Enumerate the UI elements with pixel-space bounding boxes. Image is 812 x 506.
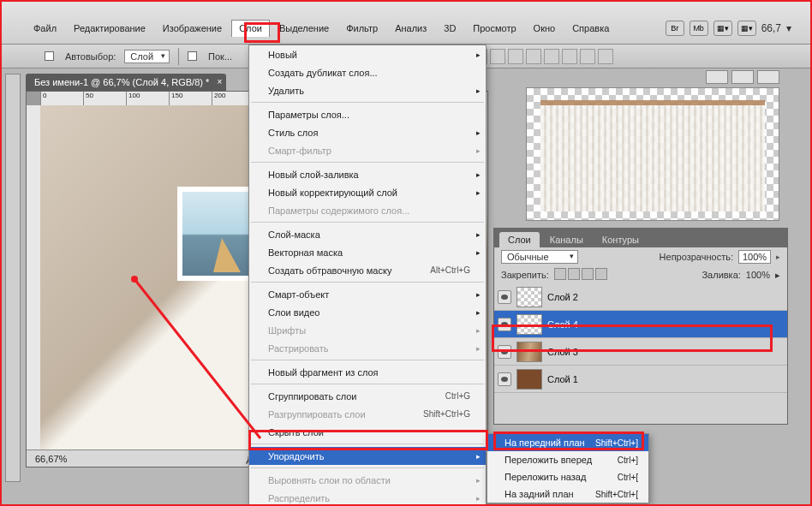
curtain-layer-preview	[540, 100, 765, 211]
menu-analysis[interactable]: Анализ	[387, 20, 434, 37]
layer-row[interactable]: Слой 3	[494, 338, 787, 366]
menu-layers[interactable]: Слои	[231, 20, 270, 37]
submenu-arrow-icon: ▸	[476, 290, 481, 299]
menu-item[interactable]: Параметры слоя...	[249, 105, 486, 123]
arrange-button[interactable]: ▦▾	[737, 21, 756, 36]
mb-button[interactable]: Mb	[690, 21, 708, 36]
menu-item[interactable]: Удалить▸	[249, 81, 486, 99]
layer-thumbnail[interactable]	[516, 314, 542, 335]
menubar-right: Br Mb ▦▾ ▦▾ 66,7 ▾	[666, 21, 803, 36]
submenu-arrow-icon: ▸	[476, 344, 481, 353]
tab-channels[interactable]: Каналы	[541, 232, 592, 247]
menu-item: Параметры содержимого слоя...	[249, 201, 486, 219]
main-menubar: Файл Редактирование Изображение Слои Выд…	[2, 2, 810, 45]
panel-tabs: Слои Каналы Контуры	[494, 229, 787, 247]
opacity-value[interactable]: 100%	[738, 250, 771, 264]
menu-item[interactable]: Слои видео▸	[249, 303, 486, 321]
menu-help[interactable]: Справка	[564, 20, 617, 37]
menu-item[interactable]: Новый корректирующий слой▸	[249, 183, 486, 201]
visibility-eye-icon[interactable]	[498, 290, 511, 304]
tab-layers[interactable]: Слои	[499, 232, 540, 247]
lock-all-icon[interactable]	[595, 268, 607, 280]
align-icon[interactable]	[598, 49, 613, 64]
submenu-arrow-icon: ▸	[476, 51, 481, 59]
submenu-item[interactable]: На задний планShift+Ctrl+[	[487, 485, 648, 503]
layer-options-row1: Обычные Непрозрачность: 100% ▸	[494, 247, 787, 266]
align-icon[interactable]	[562, 49, 577, 64]
secondary-canvas[interactable]	[526, 87, 779, 221]
menu-3d[interactable]: 3D	[436, 20, 463, 37]
menu-item[interactable]: Создать дубликат слоя...	[249, 63, 486, 81]
maximize-button[interactable]	[731, 70, 754, 84]
auto-select-checkbox[interactable]	[45, 51, 54, 61]
menu-item[interactable]: Векторная маска▸	[249, 243, 486, 261]
layer-row[interactable]: Слой 4	[494, 311, 787, 338]
lock-label: Закрепить:	[501, 270, 549, 280]
layer-list[interactable]: Слой 2Слой 4Слой 3Слой 1	[494, 283, 787, 424]
submenu-item[interactable]: Переложить назадCtrl+[	[487, 468, 648, 485]
layer-row[interactable]: Слой 1	[494, 366, 787, 393]
menu-item[interactable]: Упорядочить▸	[249, 447, 486, 465]
layer-thumbnail[interactable]	[516, 342, 542, 362]
menu-item[interactable]: Скрыть слои	[249, 423, 486, 441]
menu-item[interactable]: Новый фрагмент из слоя	[249, 363, 486, 381]
menu-item: Разгруппировать слоиShift+Ctrl+G	[249, 405, 486, 423]
align-icon[interactable]	[526, 49, 541, 64]
auto-select-dropdown[interactable]: Слой	[124, 50, 170, 63]
photoshop-window: Файл Редактирование Изображение Слои Выд…	[0, 0, 812, 506]
menu-item[interactable]: Слой-маска▸	[249, 225, 486, 243]
toolbox[interactable]	[5, 74, 21, 482]
menu-window[interactable]: Окно	[526, 20, 564, 37]
tab-paths[interactable]: Контуры	[594, 232, 648, 247]
align-icon[interactable]	[544, 49, 559, 64]
align-icon[interactable]	[490, 49, 505, 64]
ruler-mark: 150	[169, 92, 212, 105]
menu-item[interactable]: Новый▸	[249, 45, 486, 63]
opacity-arrow-icon[interactable]: ▸	[776, 253, 780, 261]
lock-transparency-icon[interactable]	[554, 268, 566, 280]
zoom-display[interactable]: 66,7	[761, 22, 781, 34]
blend-mode-dropdown[interactable]: Обычные	[501, 250, 578, 264]
layer-thumbnail[interactable]	[516, 369, 542, 390]
fill-arrow-icon[interactable]: ▸	[775, 270, 780, 281]
menu-item[interactable]: Новый слой-заливка▸	[249, 165, 486, 183]
visibility-eye-icon[interactable]	[498, 372, 511, 386]
menu-item[interactable]: Смарт-объект▸	[249, 285, 486, 303]
submenu-item[interactable]: Переложить впередCtrl+]	[487, 451, 648, 468]
menu-select[interactable]: Выделение	[272, 20, 337, 37]
submenu-item[interactable]: На передний планShift+Ctrl+]	[487, 434, 648, 451]
menu-item[interactable]: Создать обтравочную маскуAlt+Ctrl+G	[249, 261, 486, 279]
zoom-arrow-icon[interactable]: ▾	[786, 22, 791, 34]
fill-value[interactable]: 100%	[746, 270, 770, 280]
menu-file[interactable]: Файл	[26, 20, 64, 37]
align-icon[interactable]	[580, 49, 595, 64]
ruler-vertical[interactable]	[27, 105, 40, 467]
lock-pixels-icon[interactable]	[568, 268, 580, 280]
layer-name: Слой 3	[547, 347, 578, 357]
ruler-mark: 50	[83, 92, 126, 105]
lock-icons	[554, 268, 609, 282]
layer-row[interactable]: Слой 2	[494, 283, 787, 311]
status-zoom[interactable]: 66,67%	[27, 454, 95, 464]
menu-item[interactable]: Стиль слоя▸	[249, 123, 486, 141]
layer-thumbnail[interactable]	[516, 287, 542, 307]
close-button[interactable]	[757, 70, 779, 84]
menu-item[interactable]: Сгруппировать слоиCtrl+G	[249, 387, 486, 405]
lock-position-icon[interactable]	[582, 268, 594, 280]
close-tab-icon[interactable]: ×	[217, 77, 222, 86]
visibility-eye-icon[interactable]	[498, 345, 511, 359]
menu-image[interactable]: Изображение	[155, 20, 230, 37]
screen-mode-button[interactable]: ▦▾	[713, 21, 732, 36]
align-icon[interactable]	[508, 49, 523, 64]
menu-filter[interactable]: Фильтр	[338, 20, 385, 37]
submenu-arrow-icon: ▸	[476, 230, 481, 239]
visibility-eye-icon[interactable]	[498, 318, 511, 331]
menu-view[interactable]: Просмотр	[465, 20, 523, 37]
menu-edit[interactable]: Редактирование	[66, 20, 153, 37]
minimize-button[interactable]	[706, 70, 728, 84]
document-tab[interactable]: Без имени-1 @ 66,7% (Слой 4, RGB/8) * ×	[26, 74, 226, 91]
ruler-mark: 100	[126, 92, 169, 105]
opacity-label: Непрозрачность:	[660, 252, 733, 262]
bridge-button[interactable]: Br	[666, 21, 684, 36]
show-transform-checkbox[interactable]	[188, 51, 197, 61]
